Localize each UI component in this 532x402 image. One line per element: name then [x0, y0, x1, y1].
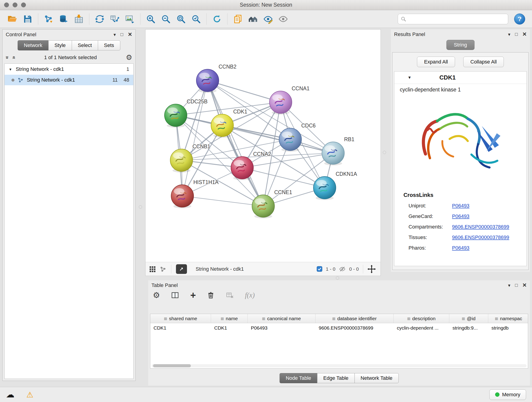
expand-all-networks-icon[interactable]: »: [4, 56, 11, 59]
table-float-icon[interactable]: □: [515, 283, 518, 288]
collection-count: 1: [127, 66, 129, 72]
column-header-namespac[interactable]: ▦namespac: [488, 314, 528, 323]
network-label: String Network - cdk1: [27, 77, 75, 83]
collapse-all-networks-icon[interactable]: »: [10, 56, 17, 59]
collapse-all-button[interactable]: Collapse All: [463, 57, 504, 67]
network-node-CCNB1[interactable]: [170, 149, 193, 172]
home-button[interactable]: [245, 12, 260, 26]
birdseye-view-button[interactable]: [176, 264, 187, 274]
import-network-file-button[interactable]: [41, 12, 56, 26]
toggle-details-button[interactable]: [276, 12, 291, 26]
column-header-name[interactable]: ▦name: [211, 314, 248, 323]
network-arrows-button[interactable]: [92, 12, 107, 26]
crosslink-link[interactable]: 9606.ENSP00000378699: [452, 224, 526, 230]
results-close-icon[interactable]: ✕: [522, 31, 527, 37]
add-column-plus-icon[interactable]: +: [190, 290, 196, 300]
import-network-database-button[interactable]: [56, 12, 71, 26]
zoom-window-button[interactable]: [21, 2, 26, 7]
tab-network[interactable]: Network: [18, 40, 49, 51]
gene-caret-icon[interactable]: ▼: [408, 75, 412, 80]
network-node-HIST1H1A[interactable]: [171, 185, 194, 208]
results-float-icon[interactable]: □: [515, 32, 518, 37]
tab-edge-table[interactable]: Edge Table: [317, 373, 355, 383]
zoom-in-button[interactable]: [143, 12, 158, 26]
panel-close-icon[interactable]: ✕: [128, 32, 132, 38]
results-menu-icon[interactable]: ▾: [508, 32, 510, 37]
share-view-icon[interactable]: [160, 266, 167, 273]
table-close-icon[interactable]: ✕: [522, 282, 527, 288]
eye-icon: [278, 14, 288, 24]
network-node-CDC25B[interactable]: [165, 104, 187, 128]
save-session-button[interactable]: [20, 12, 35, 26]
column-header-@id[interactable]: ▦@id: [449, 314, 488, 323]
table-menu-icon[interactable]: ▾: [508, 283, 510, 288]
eye-pen-icon: [263, 14, 273, 24]
tab-string[interactable]: String: [446, 40, 475, 50]
copy-button[interactable]: [230, 12, 245, 26]
network-node-CDKN1A[interactable]: [313, 177, 336, 200]
panel-menu-icon[interactable]: ▾: [114, 32, 116, 37]
tab-select[interactable]: Select: [72, 40, 98, 51]
close-window-button[interactable]: [4, 2, 9, 7]
memory-button[interactable]: Memory: [489, 389, 526, 400]
table-row[interactable]: CDK1CDK1P064939606.ENSP00000378699cyclin…: [150, 323, 528, 333]
scrollbar-thumb[interactable]: [153, 364, 191, 367]
splitter-handle[interactable]: [336, 276, 339, 280]
open-folder-icon: [7, 14, 18, 24]
annotation-mode-button[interactable]: [260, 12, 276, 26]
network-canvas[interactable]: CCNB2CCNA1CDC25BCDK1CDC6RB1CCNB1CCNA2CDK…: [146, 30, 380, 262]
panel-float-icon[interactable]: □: [120, 32, 123, 37]
network-row-selected[interactable]: String Network - cdk1 11 48: [5, 75, 133, 85]
delete-trash-icon[interactable]: [207, 291, 215, 299]
crosslink-link[interactable]: P06493: [452, 203, 526, 209]
import-table-icon: [74, 14, 84, 24]
zoom-out-button[interactable]: [158, 12, 173, 26]
crosslink-link[interactable]: 9606.ENSP00000378699: [452, 235, 526, 240]
import-table-button[interactable]: [71, 12, 86, 26]
collection-caret-icon[interactable]: ▼: [9, 67, 12, 71]
splitter-handle[interactable]: [383, 151, 386, 154]
zoom-selected-button[interactable]: [189, 12, 204, 26]
network-collection-row[interactable]: ▼ String Network - cdk1 1: [5, 64, 133, 75]
network-options-gear-icon[interactable]: ⚙: [126, 53, 132, 62]
open-session-button[interactable]: [5, 12, 20, 26]
crosslink-link[interactable]: P06493: [452, 245, 526, 251]
network-node-CDC6[interactable]: [279, 128, 302, 152]
network-node-CDK1[interactable]: [211, 114, 234, 138]
splitter-handle[interactable]: [139, 205, 142, 209]
show-columns-icon[interactable]: [171, 291, 179, 299]
selected-checkbox-icon[interactable]: [317, 266, 323, 272]
column-header-database-identifier[interactable]: ▦database identifier: [316, 314, 394, 323]
warning-icon[interactable]: ⚠: [26, 390, 33, 399]
zoom-fit-button[interactable]: [173, 12, 189, 26]
tab-sets[interactable]: Sets: [98, 40, 120, 51]
crosslink-link[interactable]: P06493: [452, 213, 526, 219]
expand-all-button[interactable]: Expand All: [417, 57, 455, 67]
save-icon: [23, 14, 32, 24]
minimize-window-button[interactable]: [13, 2, 17, 7]
crosslinks-title: CrossLinks: [394, 186, 526, 201]
table-settings-gear-icon[interactable]: ⚙: [153, 291, 160, 300]
grid-view-icon[interactable]: [149, 265, 156, 273]
column-header-description[interactable]: ▦description: [394, 314, 449, 323]
export-image-button[interactable]: [122, 12, 138, 26]
help-button[interactable]: ?: [514, 13, 525, 25]
gene-card-header[interactable]: ▼ CDK1: [394, 71, 526, 84]
search-input[interactable]: [408, 16, 505, 22]
network-from-table-button[interactable]: [107, 12, 122, 26]
tab-node-table[interactable]: Node Table: [279, 373, 317, 383]
network-node-CCNA1[interactable]: [269, 91, 292, 115]
column-header-shared-name[interactable]: ▦shared name: [150, 314, 211, 323]
refresh-button[interactable]: [209, 12, 225, 26]
delete-table-icon: [226, 291, 234, 299]
network-node-CCNE1[interactable]: [252, 195, 274, 218]
cloud-icon[interactable]: ☁: [6, 390, 14, 400]
tab-network-table[interactable]: Network Table: [355, 373, 399, 383]
tab-style[interactable]: Style: [48, 40, 72, 51]
horizontal-scrollbar[interactable]: [152, 364, 526, 367]
hidden-eye-slash-icon[interactable]: [339, 266, 346, 272]
pan-crosshair-icon[interactable]: [367, 265, 376, 274]
column-header-canonical-name[interactable]: ▦canonical name: [248, 314, 316, 323]
network-node-RB1[interactable]: [322, 142, 344, 166]
title-bar: Session: New Session: [0, 0, 532, 10]
